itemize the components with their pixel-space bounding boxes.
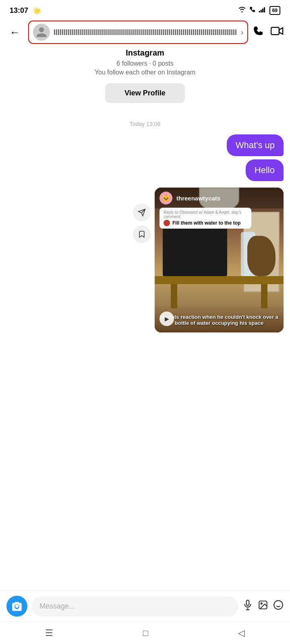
profile-section: Instagram 6 followers · 0 posts You foll…	[0, 45, 290, 109]
status-right: 69	[238, 6, 280, 15]
status-emoji: 🌟	[33, 7, 41, 14]
battery-icon: 69	[269, 6, 280, 15]
svg-point-5	[15, 605, 19, 608]
svg-rect-0	[259, 11, 260, 12]
video-call-button[interactable]	[271, 25, 284, 39]
person-icon	[35, 26, 48, 38]
svg-rect-6	[246, 600, 249, 605]
profile-follow-text: You follow each other on Instagram	[95, 69, 195, 76]
image-button[interactable]	[258, 600, 268, 613]
profile-stats: 6 followers · 0 posts	[116, 60, 173, 67]
status-time: 13:07	[10, 6, 28, 15]
user-info-box[interactable]: ›	[28, 21, 248, 44]
top-bar-actions	[253, 25, 284, 39]
svg-rect-1	[261, 10, 262, 12]
cat-decoration	[247, 236, 276, 276]
message-bubble-whatsup: What's up	[227, 134, 284, 156]
video-card-actions	[133, 204, 151, 243]
message-bubble-hello: Hello	[246, 159, 284, 181]
back-button[interactable]: ←	[6, 25, 23, 40]
input-bar: Message...	[0, 590, 290, 621]
svg-point-9	[274, 601, 283, 609]
video-card-header: 🐱 threenawtycats	[155, 188, 284, 208]
play-button[interactable]: ▶	[160, 312, 174, 326]
signal-bars-icon	[259, 7, 266, 14]
video-reply-content: Fill them with water to the top	[164, 220, 247, 226]
bottom-nav: ☰ □ ◁	[0, 621, 290, 644]
shelf-support-left	[171, 284, 177, 308]
status-bar: 13:07 🌟 69	[0, 0, 290, 19]
video-caption: My cats reaction when he couldn't knock …	[160, 314, 279, 326]
input-actions	[242, 600, 284, 613]
microphone-button[interactable]	[242, 600, 253, 613]
sticker-button[interactable]	[273, 600, 284, 613]
reply-icon-dot	[164, 220, 170, 226]
video-reply-card: Reply to Obsessed w/ Adam & Angel, slay'…	[160, 208, 251, 229]
status-left: 13:07 🌟	[10, 6, 41, 15]
chevron-right-icon: ›	[241, 28, 243, 37]
svg-rect-4	[271, 27, 279, 35]
svg-point-8	[261, 603, 262, 604]
chat-timestamp: Today 13:06	[0, 109, 290, 134]
messages-area: What's up Hello	[0, 134, 290, 332]
menu-button[interactable]: ☰	[45, 628, 53, 638]
camera-button[interactable]	[6, 596, 27, 617]
video-creator-username: threenawtycats	[176, 195, 220, 202]
view-profile-button[interactable]: View Profile	[105, 83, 185, 103]
shelf-support-right	[261, 284, 267, 308]
svg-rect-3	[264, 7, 265, 12]
wifi-icon	[238, 7, 246, 14]
top-bar: ← ›	[0, 19, 290, 45]
message-input-wrap[interactable]: Message...	[31, 597, 238, 616]
avatar	[33, 24, 50, 41]
home-button[interactable]: □	[143, 628, 148, 638]
tv-decoration	[163, 224, 227, 276]
video-reply-text: Fill them with water to the top	[172, 220, 240, 226]
svg-rect-2	[262, 8, 263, 12]
back-nav-button[interactable]: ◁	[238, 628, 245, 638]
message-placeholder: Message...	[39, 602, 75, 611]
video-card-row: My cats reaction when he couldn't knock …	[6, 188, 284, 332]
phone-call-button[interactable]	[253, 25, 264, 39]
shelf-decoration	[155, 276, 284, 284]
video-creator-avatar: 🐱	[160, 192, 172, 204]
bookmark-button[interactable]	[133, 225, 151, 243]
profile-name: Instagram	[126, 48, 164, 58]
share-button[interactable]	[133, 204, 151, 221]
video-card[interactable]: My cats reaction when he couldn't knock …	[155, 188, 284, 332]
username-blurred	[54, 29, 237, 35]
video-reply-label: Reply to Obsessed w/ Adam & Angel, slay'…	[164, 210, 247, 219]
call-icon-status	[249, 6, 256, 14]
